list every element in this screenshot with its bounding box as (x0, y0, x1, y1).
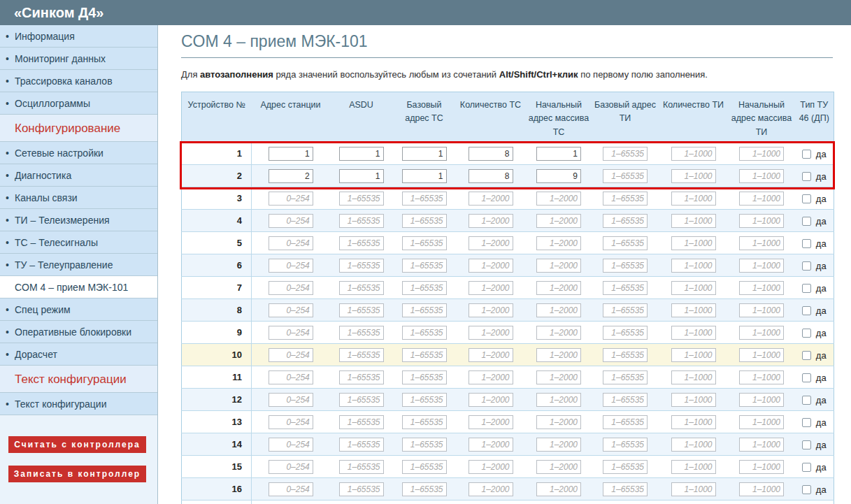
sidebar-item[interactable]: •ТУ – Телеуправление (0, 254, 157, 276)
ts-base-address-input[interactable] (402, 192, 447, 206)
ts-array-start-input[interactable] (536, 438, 581, 452)
asdu-input[interactable] (339, 348, 384, 362)
ti-array-start-input[interactable] (739, 214, 784, 228)
asdu-input[interactable] (339, 281, 384, 295)
ti-base-address-input[interactable] (603, 326, 648, 340)
station-address-input[interactable] (269, 214, 313, 228)
type-tu-checkbox[interactable] (802, 306, 811, 315)
asdu-input[interactable] (339, 370, 384, 384)
ts-count-input[interactable] (469, 326, 513, 340)
ti-count-input[interactable] (671, 147, 716, 161)
type-tu-checkbox[interactable] (802, 217, 811, 226)
ti-base-address-input[interactable] (603, 393, 648, 407)
sidebar-item[interactable]: •Сетевые настройки (0, 142, 157, 164)
ts-base-address-input[interactable] (402, 438, 447, 452)
type-tu-checkbox[interactable] (802, 396, 811, 405)
ts-array-start-input[interactable] (536, 460, 581, 474)
ti-base-address-input[interactable] (603, 303, 648, 317)
ti-array-start-input[interactable] (739, 192, 784, 206)
sidebar-item[interactable]: COM 4 – прием МЭК-101 (0, 276, 157, 298)
station-address-input[interactable] (269, 460, 313, 474)
asdu-input[interactable] (339, 415, 384, 429)
station-address-input[interactable] (269, 236, 313, 250)
ti-base-address-input[interactable] (603, 438, 648, 452)
ts-array-start-input[interactable] (536, 393, 581, 407)
ti-array-start-input[interactable] (739, 303, 784, 317)
type-tu-checkbox[interactable] (802, 440, 811, 449)
station-address-input[interactable] (269, 259, 313, 273)
ts-base-address-input[interactable] (402, 259, 447, 273)
ts-base-address-input[interactable] (402, 348, 447, 362)
station-address-input[interactable] (269, 482, 313, 496)
ti-count-input[interactable] (671, 415, 716, 429)
ti-count-input[interactable] (671, 281, 716, 295)
ts-base-address-input[interactable] (402, 482, 447, 496)
ts-base-address-input[interactable] (402, 236, 447, 250)
ts-array-start-input[interactable] (536, 169, 581, 183)
ts-count-input[interactable] (469, 303, 513, 317)
ts-base-address-input[interactable] (402, 415, 447, 429)
ti-array-start-input[interactable] (739, 281, 784, 295)
sidebar-item[interactable]: •Текст конфигурации (0, 393, 157, 415)
read-from-controller-button[interactable]: Считать с контроллера (8, 436, 146, 453)
ts-array-start-input[interactable] (536, 303, 581, 317)
type-tu-checkbox[interactable] (802, 194, 811, 203)
ti-array-start-input[interactable] (739, 415, 784, 429)
station-address-input[interactable] (269, 415, 313, 429)
ts-array-start-input[interactable] (536, 348, 581, 362)
ts-base-address-input[interactable] (402, 303, 447, 317)
ti-base-address-input[interactable] (603, 348, 648, 362)
type-tu-checkbox[interactable] (802, 261, 811, 271)
station-address-input[interactable] (269, 348, 313, 362)
ti-array-start-input[interactable] (739, 259, 784, 273)
ts-count-input[interactable] (469, 281, 513, 295)
ti-base-address-input[interactable] (603, 192, 648, 206)
asdu-input[interactable] (339, 460, 384, 474)
ts-count-input[interactable] (469, 192, 513, 206)
ti-count-input[interactable] (671, 438, 716, 452)
ts-array-start-input[interactable] (536, 326, 581, 340)
ts-array-start-input[interactable] (536, 415, 581, 429)
asdu-input[interactable] (339, 214, 384, 228)
ts-base-address-input[interactable] (402, 147, 447, 161)
asdu-input[interactable] (339, 482, 384, 496)
ti-count-input[interactable] (671, 460, 716, 474)
ti-base-address-input[interactable] (603, 169, 648, 183)
ti-count-input[interactable] (671, 259, 716, 273)
ti-array-start-input[interactable] (739, 236, 784, 250)
asdu-input[interactable] (339, 303, 384, 317)
ts-array-start-input[interactable] (536, 259, 581, 273)
ts-array-start-input[interactable] (536, 236, 581, 250)
ti-count-input[interactable] (671, 192, 716, 206)
write-to-controller-button[interactable]: Записать в контроллер (8, 466, 146, 482)
ti-count-input[interactable] (671, 482, 716, 496)
ti-array-start-input[interactable] (739, 393, 784, 407)
sidebar-item[interactable]: •Информация (0, 25, 157, 48)
sidebar-item[interactable]: •ТС – Телесигналы (0, 231, 157, 254)
ts-count-input[interactable] (469, 169, 513, 183)
ts-count-input[interactable] (469, 393, 513, 407)
ti-count-input[interactable] (671, 169, 716, 183)
type-tu-checkbox[interactable] (802, 150, 811, 159)
ts-base-address-input[interactable] (402, 460, 447, 474)
asdu-input[interactable] (339, 393, 384, 407)
asdu-input[interactable] (339, 147, 384, 161)
ts-count-input[interactable] (469, 460, 513, 474)
ts-count-input[interactable] (469, 415, 513, 429)
ti-array-start-input[interactable] (739, 147, 784, 161)
ts-array-start-input[interactable] (536, 370, 581, 384)
ti-array-start-input[interactable] (739, 370, 784, 384)
sidebar-item[interactable]: •Дорасчет (0, 343, 157, 366)
asdu-input[interactable] (339, 438, 384, 452)
ti-count-input[interactable] (671, 303, 716, 317)
type-tu-checkbox[interactable] (802, 373, 811, 382)
sidebar-item[interactable]: •Диагностика (0, 164, 157, 187)
ti-count-input[interactable] (671, 214, 716, 228)
type-tu-checkbox[interactable] (802, 239, 811, 248)
ts-base-address-input[interactable] (402, 281, 447, 295)
ts-array-start-input[interactable] (536, 147, 581, 161)
asdu-input[interactable] (339, 326, 384, 340)
station-address-input[interactable] (269, 303, 313, 317)
ti-array-start-input[interactable] (739, 169, 784, 183)
station-address-input[interactable] (269, 393, 313, 407)
